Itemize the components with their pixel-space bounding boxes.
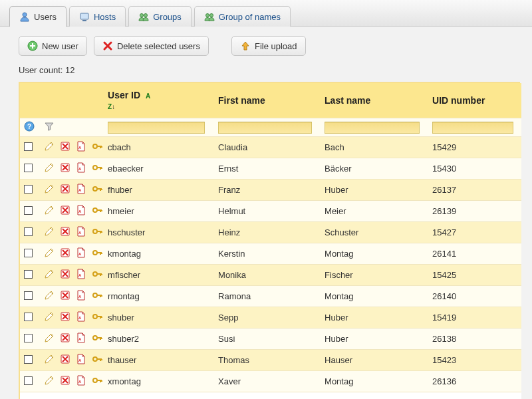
funnel-icon[interactable] — [44, 121, 55, 132]
cell-user-id: ebaecker — [104, 158, 214, 180]
filter-first-name[interactable] — [218, 122, 312, 134]
key-icon[interactable] — [92, 332, 102, 343]
plus-icon — [27, 41, 38, 51]
row-checkbox[interactable] — [24, 291, 33, 300]
row-checkbox[interactable] — [24, 206, 33, 215]
table-row: hmeierHelmutMeier26139 — [20, 201, 521, 222]
edit-icon[interactable] — [44, 269, 55, 279]
key-icon[interactable] — [92, 184, 102, 194]
delete-icon[interactable] — [60, 247, 70, 258]
filter-row — [20, 118, 521, 137]
row-checkbox[interactable] — [24, 313, 33, 321]
key-icon[interactable] — [92, 269, 102, 279]
edit-icon[interactable] — [44, 290, 55, 301]
cell-last-name: Meier — [321, 201, 428, 222]
key-icon[interactable] — [92, 141, 102, 152]
delete-icon[interactable] — [60, 141, 70, 152]
key-icon[interactable] — [92, 354, 102, 364]
edit-icon[interactable] — [44, 332, 55, 343]
key-icon[interactable] — [92, 162, 102, 173]
row-checkbox[interactable] — [24, 142, 33, 151]
key-icon[interactable] — [92, 205, 102, 215]
key-icon[interactable] — [92, 311, 102, 322]
filter-user-id[interactable] — [108, 122, 205, 134]
pdf-icon[interactable] — [76, 247, 86, 258]
col-last-name[interactable]: Last name — [321, 83, 428, 118]
file-upload-button[interactable]: File upload — [231, 36, 306, 56]
pdf-icon[interactable] — [76, 184, 86, 194]
delete-icon[interactable] — [60, 290, 70, 301]
tab-hosts[interactable]: Hosts — [69, 6, 126, 27]
pdf-icon[interactable] — [76, 332, 86, 343]
tab-groups[interactable]: Groups — [128, 6, 192, 27]
key-icon[interactable] — [92, 290, 102, 301]
pdf-icon[interactable] — [76, 375, 86, 386]
edit-icon[interactable] — [44, 354, 55, 364]
col-uid-number[interactable]: UID number — [428, 83, 521, 118]
tab-label: Groups — [153, 12, 182, 22]
cell-user-id: hmeier — [104, 201, 214, 222]
cell-uid-number: 26138 — [428, 329, 521, 350]
edit-icon[interactable] — [44, 226, 55, 237]
filter-uid-number[interactable] — [432, 122, 513, 134]
select-all-link[interactable]: Select all — [24, 396, 517, 399]
delete-icon[interactable] — [60, 162, 70, 173]
groups-icon — [138, 11, 149, 22]
edit-icon[interactable] — [44, 375, 55, 386]
tab-users[interactable]: Users — [9, 6, 66, 27]
col-first-name[interactable]: First name — [214, 83, 321, 118]
cell-first-name: Ramona — [214, 286, 321, 307]
pdf-icon[interactable] — [76, 141, 86, 152]
row-checkbox[interactable] — [24, 376, 33, 385]
key-icon[interactable] — [92, 226, 102, 237]
col-user-id[interactable]: User ID AZ↓ — [104, 83, 214, 118]
tab-label: Users — [34, 12, 57, 22]
row-checkbox[interactable] — [24, 164, 33, 172]
delete-icon[interactable] — [60, 332, 70, 343]
pdf-icon[interactable] — [76, 290, 86, 301]
delete-icon[interactable] — [60, 184, 70, 194]
tab-group-of-names[interactable]: Group of names — [194, 6, 291, 27]
key-icon[interactable] — [92, 375, 102, 386]
filter-last-name[interactable] — [325, 122, 420, 134]
row-checkbox[interactable] — [24, 249, 33, 257]
cell-user-id: cbach — [104, 137, 214, 158]
cell-uid-number: 15427 — [428, 222, 521, 243]
pdf-icon[interactable] — [76, 162, 86, 173]
edit-icon[interactable] — [44, 184, 55, 194]
edit-icon[interactable] — [44, 205, 55, 215]
new-user-button[interactable]: New user — [19, 36, 87, 56]
pdf-icon[interactable] — [76, 269, 86, 279]
delete-icon[interactable] — [60, 205, 70, 215]
delete-selected-button[interactable]: Delete selected users — [94, 36, 209, 56]
help-icon[interactable] — [24, 121, 35, 132]
pdf-icon[interactable] — [76, 311, 86, 322]
cell-first-name: Claudia — [214, 137, 321, 158]
cell-user-id: fhuber — [104, 180, 214, 201]
delete-icon[interactable] — [60, 269, 70, 279]
header-row: User ID AZ↓ First name Last name UID num… — [20, 83, 521, 118]
delete-icon[interactable] — [60, 226, 70, 237]
cell-user-id: shuber2 — [104, 329, 214, 350]
col-label: UID number — [432, 95, 485, 106]
row-checkbox[interactable] — [24, 334, 33, 342]
row-checkbox[interactable] — [24, 185, 33, 194]
table-row: hschusterHeinzSchuster15427 — [20, 222, 521, 243]
delete-icon[interactable] — [60, 311, 70, 322]
row-checkbox[interactable] — [24, 227, 33, 236]
edit-icon[interactable] — [44, 141, 55, 152]
edit-icon[interactable] — [44, 162, 55, 173]
pdf-icon[interactable] — [76, 226, 86, 237]
pdf-icon[interactable] — [76, 354, 86, 364]
delete-icon[interactable] — [60, 354, 70, 364]
edit-icon[interactable] — [44, 247, 55, 258]
edit-icon[interactable] — [44, 311, 55, 322]
select-all-label: Select all — [39, 397, 74, 400]
row-checkbox[interactable] — [24, 270, 33, 279]
key-icon[interactable] — [92, 247, 102, 258]
pdf-icon[interactable] — [76, 205, 86, 215]
table-row: kmontagKerstinMontag26141 — [20, 243, 521, 265]
cell-first-name: Heinz — [214, 222, 321, 243]
row-checkbox[interactable] — [24, 355, 33, 364]
delete-icon[interactable] — [60, 375, 70, 386]
